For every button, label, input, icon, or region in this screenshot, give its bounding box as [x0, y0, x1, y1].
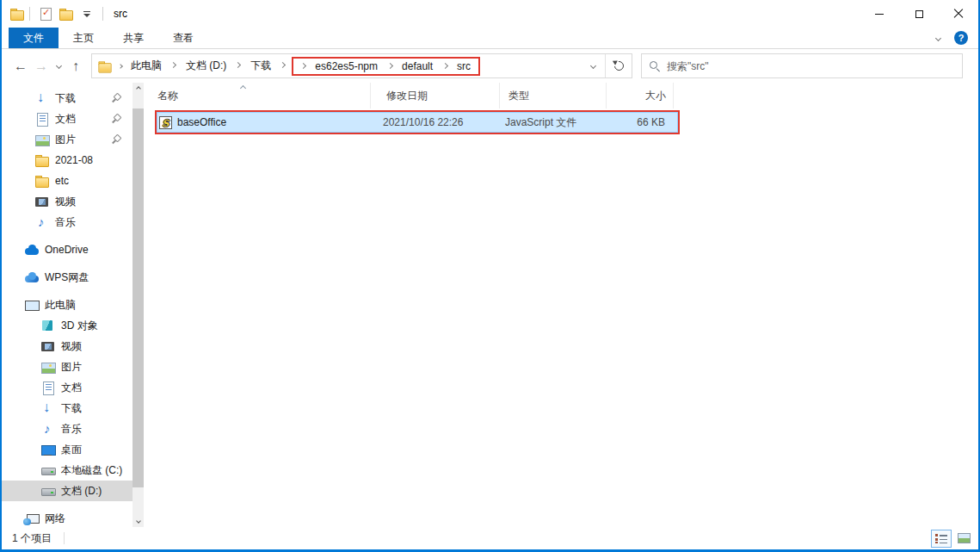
sidebar-item-label: 音乐 [61, 422, 82, 437]
ribbon-tab[interactable]: 主页 [59, 28, 108, 48]
sidebar-item-label: 音乐 [55, 215, 76, 230]
sidebar-item-label: 此电脑 [45, 298, 76, 313]
sidebar-item[interactable]: 本地磁盘 (C:) [2, 460, 133, 481]
maximize-button[interactable] [899, 0, 939, 28]
breadcrumb-item[interactable]: src [438, 60, 476, 72]
scrollbar-thumb[interactable] [133, 109, 144, 487]
explorer-window: src 文件主页共享查看 ← → ↑ 此电脑文档 (D:)下载 [0, 0, 980, 552]
file-modified-date: 2021/10/16 22:26 [367, 116, 496, 128]
download-icon [41, 401, 55, 415]
picture-icon [41, 360, 55, 374]
local-disk-icon [41, 463, 55, 477]
breadcrumb-item[interactable]: es62es5-npm [296, 60, 383, 72]
up-arrow-icon: ↑ [72, 59, 79, 74]
ribbon-tab[interactable]: 文件 [9, 28, 59, 48]
ribbon-tab[interactable]: 共享 [108, 28, 158, 48]
folder-icon [98, 59, 111, 72]
sidebar-item[interactable]: 桌面 [2, 439, 133, 460]
sidebar-item[interactable]: 视频 [2, 336, 133, 357]
scroll-up-button[interactable] [133, 83, 144, 95]
sidebar-item[interactable]: 音乐 [2, 212, 133, 233]
window-title: src [114, 8, 127, 20]
column-header-name[interactable]: 名称 [155, 83, 370, 109]
folder-icon [59, 7, 73, 21]
refresh-button[interactable] [605, 54, 632, 78]
sidebar-item-label: 3D 对象 [61, 319, 98, 333]
ribbon-tab[interactable]: 查看 [158, 28, 208, 48]
forward-button[interactable]: → [31, 55, 52, 78]
sidebar-item[interactable]: WPS网盘 [2, 267, 133, 288]
up-button[interactable]: ↑ [65, 55, 86, 78]
close-button[interactable] [939, 0, 978, 28]
thumbnails-view-button[interactable] [953, 530, 974, 548]
close-icon [953, 9, 964, 19]
breadcrumb-item[interactable]: 文档 (D:) [181, 59, 245, 73]
sidebar-item[interactable]: OneDrive [2, 239, 133, 260]
sidebar-item[interactable]: 3D 对象 [2, 315, 133, 336]
app-folder-icon [10, 7, 24, 21]
breadcrumb-item[interactable]: default [383, 60, 438, 72]
wps-cloud-icon [25, 270, 39, 284]
titlebar-separator [29, 7, 30, 21]
column-header-label: 名称 [157, 89, 178, 103]
main-area: 下载 文档 图片 2021-08 [2, 83, 978, 527]
sidebar-item[interactable]: etc [2, 171, 133, 191]
sidebar-item-label: 本地磁盘 (C:) [61, 463, 122, 478]
address-dropdown-button[interactable] [581, 54, 605, 78]
sidebar-item[interactable]: 文档 [2, 377, 133, 398]
sidebar-item[interactable]: 视频 [2, 191, 133, 212]
minimize-button[interactable] [860, 0, 899, 28]
titlebar-separator [102, 7, 103, 21]
expand-ribbon-chevron-icon[interactable] [935, 34, 941, 40]
customize-quick-access-button[interactable] [77, 3, 97, 24]
sidebar-item-label: 视频 [61, 339, 82, 354]
sidebar-item[interactable]: 2021-08 [2, 150, 133, 171]
sidebar-scrollbar[interactable] [133, 83, 144, 527]
column-header-end [673, 83, 679, 109]
quick-access-properties-button[interactable] [35, 3, 56, 24]
file-row[interactable]: baseOffice 2021/10/16 22:26 JavaScript 文… [157, 112, 678, 133]
details-view-button[interactable] [931, 530, 952, 548]
breadcrumb-item[interactable]: 此电脑 [126, 59, 181, 73]
sidebar-item[interactable]: 文档 [2, 109, 133, 129]
quick-access-folder-button[interactable] [56, 3, 77, 24]
search-input[interactable] [667, 60, 955, 72]
3d-objects-icon [41, 319, 55, 332]
sidebar-item[interactable]: 下载 [2, 398, 133, 419]
video-icon [41, 339, 55, 353]
sidebar-item[interactable]: 图片 [2, 357, 133, 377]
checkmark-icon [39, 7, 52, 21]
item-count: 1 个项目 [12, 531, 52, 546]
sidebar-item[interactable]: 音乐 [2, 419, 133, 439]
sidebar-item[interactable]: 图片 [2, 129, 133, 150]
sidebar-item[interactable]: 网络 [2, 508, 133, 529]
chevron-down-icon [589, 63, 595, 69]
file-type: JavaScript 文件 [496, 115, 603, 130]
sort-ascending-icon [240, 85, 246, 91]
file-size: 66 KB [603, 116, 672, 128]
column-header-size[interactable]: 大小 [606, 83, 673, 109]
scroll-down-button[interactable] [133, 515, 144, 527]
sidebar-item[interactable]: 下载 [2, 88, 133, 109]
column-header-type[interactable]: 类型 [499, 83, 606, 109]
breadcrumb-chevron-icon [118, 64, 123, 69]
breadcrumb-item[interactable]: 下载 [245, 59, 290, 73]
sidebar-item[interactable]: 文档 (D:) [2, 481, 133, 501]
document-icon [41, 381, 55, 394]
sidebar-item-label: 桌面 [61, 443, 82, 457]
network-icon [25, 512, 39, 525]
sidebar-item-label: 文档 [55, 112, 76, 127]
back-button[interactable]: ← [10, 55, 31, 78]
sidebar-item-label: 视频 [55, 195, 76, 209]
ribbon-right-controls [936, 28, 978, 48]
help-icon[interactable] [954, 31, 968, 45]
column-header-modified[interactable]: 修改日期 [370, 83, 499, 109]
recent-locations-button[interactable] [52, 55, 65, 78]
address-bar[interactable]: 此电脑文档 (D:)下载 es62es5-npmdefaultsrc [91, 53, 632, 78]
sidebar-item[interactable]: 此电脑 [2, 295, 133, 315]
video-icon [35, 195, 49, 208]
sidebar-item-label: etc [55, 175, 69, 187]
sidebar-item-label: 文档 [61, 381, 82, 395]
thumbnails-view-icon [958, 533, 971, 543]
view-mode-buttons [931, 530, 974, 548]
